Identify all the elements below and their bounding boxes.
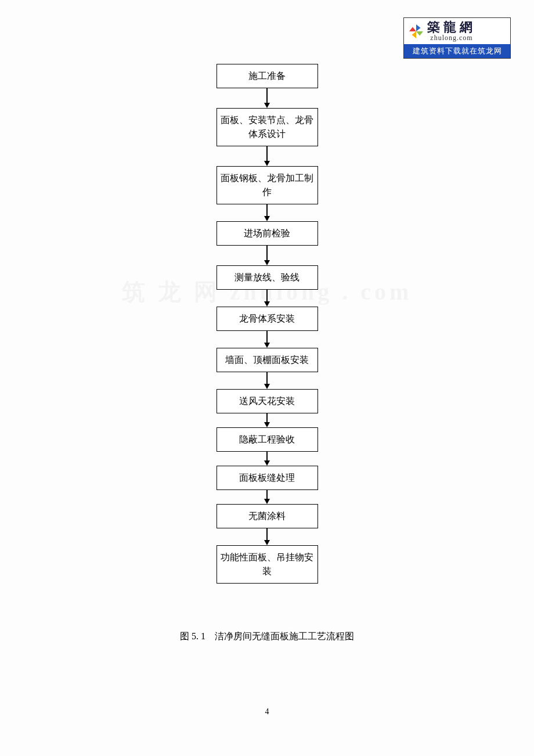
flow-node: 面板、安装节点、龙骨体系设计 — [217, 108, 318, 146]
arrow-down-icon — [264, 204, 270, 221]
arrow-down-icon — [264, 290, 270, 307]
flowchart: 施工准备 面板、安装节点、龙骨体系设计 面板钢板、龙骨加工制作 进场前检验 测量… — [0, 64, 534, 584]
arrow-down-icon — [264, 528, 270, 545]
flow-node: 进场前检验 — [217, 221, 318, 246]
arrow-down-icon — [264, 246, 270, 265]
arrow-down-icon — [264, 413, 270, 427]
arrow-down-icon — [264, 452, 270, 466]
flow-node: 墙面、顶棚面板安装 — [217, 348, 318, 372]
arrow-down-icon — [264, 490, 270, 504]
logo-title: 築龍網 — [427, 20, 476, 34]
arrow-down-icon — [264, 331, 270, 348]
page-number: 4 — [0, 707, 534, 717]
flow-node: 无菌涂料 — [217, 504, 318, 528]
flow-node: 面板板缝处理 — [217, 466, 318, 490]
flow-node: 龙骨体系安装 — [217, 307, 318, 331]
flow-node: 功能性面板、吊挂物安装 — [217, 545, 318, 584]
arrow-down-icon — [264, 372, 270, 389]
flow-node: 面板钢板、龙骨加工制作 — [217, 166, 318, 204]
pinwheel-icon — [407, 23, 425, 40]
logo-banner: 建筑资料下载就在筑龙网 — [404, 44, 510, 58]
logo-top-row: 築龍網 zhulong.com — [404, 18, 510, 44]
figure-caption: 图 5. 1 洁净房间无缝面板施工工艺流程图 — [0, 631, 534, 643]
flow-node: 测量放线、验线 — [217, 265, 318, 290]
brand-logo: 築龍網 zhulong.com 建筑资料下载就在筑龙网 — [403, 17, 511, 59]
flow-node: 隐蔽工程验收 — [217, 427, 318, 452]
flow-node: 送风天花安装 — [217, 389, 318, 413]
logo-domain: zhulong.com — [427, 34, 476, 42]
arrow-down-icon — [264, 88, 270, 108]
logo-text: 築龍網 zhulong.com — [427, 20, 476, 42]
flow-node: 施工准备 — [217, 64, 318, 88]
arrow-down-icon — [264, 146, 270, 166]
